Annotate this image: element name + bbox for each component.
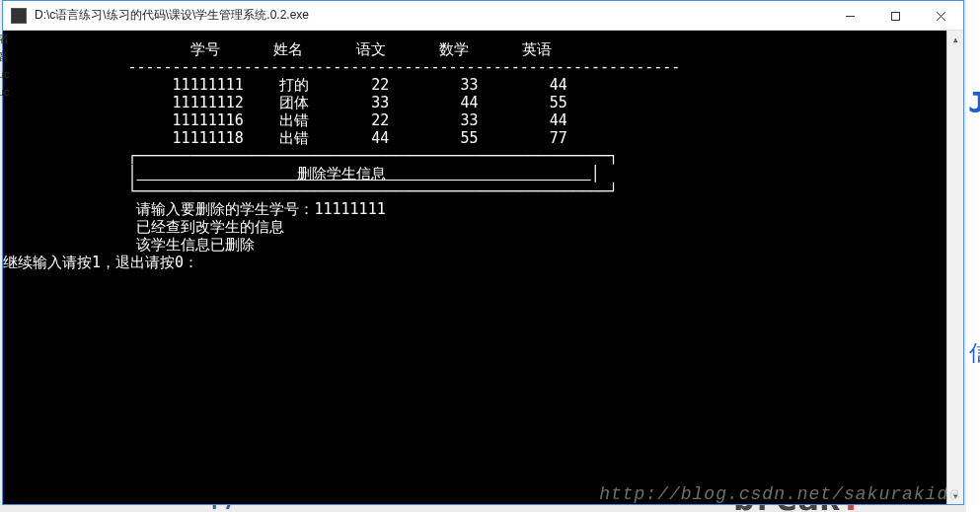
continue-prompt[interactable]: 继续输入请按1，退出请按0： bbox=[3, 254, 198, 271]
app-icon bbox=[11, 8, 27, 24]
right-editor-fragment: J 信 bbox=[966, 0, 980, 512]
console-output: 学号 姓名 语文 数学 英语 -------------------------… bbox=[3, 31, 946, 504]
prompt-value: 11111111 bbox=[314, 200, 385, 218]
col-header: 语文 bbox=[356, 40, 386, 58]
table-row: 11111112 团体 33 44 55 bbox=[3, 94, 567, 111]
table-row: 11111118 出错 44 55 77 bbox=[3, 129, 567, 147]
col-header: 姓名 bbox=[273, 40, 303, 58]
svg-rect-1 bbox=[891, 12, 899, 20]
status-message: 该学生信息已删除 bbox=[136, 236, 255, 254]
minimize-button[interactable] bbox=[827, 1, 872, 31]
col-header: 数学 bbox=[439, 40, 469, 58]
console-window: D:\c语言练习\练习的代码\课设\学生管理系统.0.2.exe 学号 姓名 语… bbox=[2, 0, 964, 505]
title-bar[interactable]: D:\c语言练习\练习的代码\课设\学生管理系统.0.2.exe bbox=[3, 1, 963, 31]
vertical-scrollbar[interactable]: ▴ ▾ bbox=[946, 31, 963, 504]
table-row: 11111116 出错 22 33 44 bbox=[3, 111, 567, 129]
scroll-down-icon[interactable]: ▾ bbox=[947, 487, 964, 504]
maximize-button[interactable] bbox=[872, 1, 918, 31]
close-button[interactable] bbox=[918, 1, 963, 31]
scroll-up-icon[interactable]: ▴ bbox=[947, 31, 964, 47]
col-header: 学号 bbox=[190, 40, 220, 58]
table-row: 11111111 打的 22 33 44 bbox=[3, 76, 567, 94]
window-title: D:\c语言练习\练习的代码\课设\学生管理系统.0.2.exe bbox=[35, 7, 827, 24]
status-message: 已经查到改学生的信息 bbox=[136, 218, 284, 236]
section-title: 删除学生信息 bbox=[297, 165, 386, 183]
left-editor-fragment: 者音ucuc bbox=[0, 30, 10, 101]
col-header: 英语 bbox=[522, 40, 552, 58]
prompt-label: 请输入要删除的学生学号： bbox=[136, 200, 314, 218]
